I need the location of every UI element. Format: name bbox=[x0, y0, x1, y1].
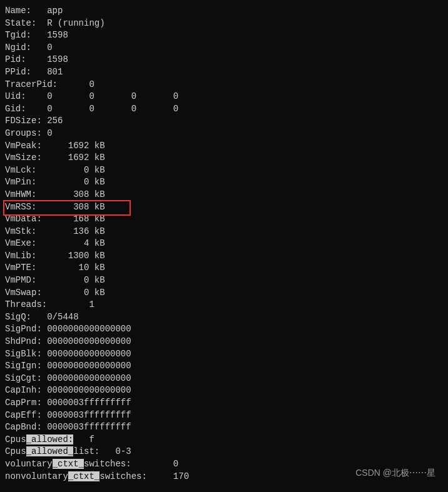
selected-text: _ctxt_ bbox=[68, 471, 99, 481]
proc-status-vmlck: VmLck: 0 kB bbox=[5, 164, 443, 177]
proc-status-vmstk: VmStk: 136 kB bbox=[5, 226, 443, 238]
proc-status-pid: Pid: 1598 bbox=[5, 54, 443, 66]
proc-status-vmsize: VmSize: 1692 kB bbox=[5, 152, 443, 164]
selected-text: _allowed_ bbox=[26, 446, 74, 456]
proc-status-name: Name: app bbox=[5, 5, 443, 18]
proc-status-tracerpid: TracerPid: 0 bbox=[5, 79, 443, 91]
proc-status-threads: Threads: 1 bbox=[5, 299, 443, 311]
proc-status-capinh: CapInh: 0000000000000000 bbox=[5, 384, 443, 397]
selected-text: _allowed: bbox=[26, 434, 74, 444]
proc-status-sigq: SigQ: 0/5448 bbox=[5, 311, 443, 324]
proc-status-vmhwm: VmHWM: 308 kB bbox=[5, 189, 443, 201]
proc-status-vmrss: VmRSS: 308 kB bbox=[5, 201, 443, 214]
proc-status-capprm: CapPrm: 0000003fffffffff bbox=[5, 397, 443, 409]
proc-status-ngid: Ngid: 0 bbox=[5, 42, 443, 54]
proc-status-vmlib: VmLib: 1300 kB bbox=[5, 250, 443, 263]
proc-status-vmswap: VmSwap: 0 kB bbox=[5, 287, 443, 299]
proc-status-vmpmd: VmPMD: 0 kB bbox=[5, 274, 443, 287]
proc-status-sigblk: SigBlk: 0000000000000000 bbox=[5, 348, 443, 361]
selected-text: _ctxt_ bbox=[53, 459, 84, 469]
proc-status-groups: Groups: 0 bbox=[5, 128, 443, 140]
proc-status-state: State: R (running) bbox=[5, 18, 443, 30]
proc-status-capeff: CapEff: 0000003fffffffff bbox=[5, 409, 443, 422]
proc-status-vmpin: VmPin: 0 kB bbox=[5, 176, 443, 189]
proc-status-fdsize: FDSize: 256 bbox=[5, 115, 443, 128]
proc-status-sigpnd: SigPnd: 0000000000000000 bbox=[5, 323, 443, 336]
proc-status-cpus-allowed-list: Cpus_allowed_list: 0-3 bbox=[5, 446, 443, 458]
proc-status-vmexe: VmExe: 4 kB bbox=[5, 238, 443, 250]
proc-status-sigcgt: SigCgt: 0000000000000000 bbox=[5, 373, 443, 385]
proc-status-ppid: PPid: 801 bbox=[5, 66, 443, 79]
proc-status-cpus-allowed: Cpus_allowed: f bbox=[5, 434, 443, 446]
proc-status-vmdata: VmData: 168 kB bbox=[5, 213, 443, 226]
proc-status-gid: Gid: 0 0 0 0 bbox=[5, 103, 443, 116]
watermark: CSDN @北极⋯⋯星 bbox=[355, 467, 435, 479]
proc-status-vmpeak: VmPeak: 1692 kB bbox=[5, 140, 443, 153]
proc-status-uid: Uid: 0 0 0 0 bbox=[5, 91, 443, 103]
proc-status-capbnd: CapBnd: 0000003fffffffff bbox=[5, 421, 443, 434]
proc-status-tgid: Tgid: 1598 bbox=[5, 29, 443, 42]
proc-status-shdpnd: ShdPnd: 0000000000000000 bbox=[5, 336, 443, 348]
proc-status-sigign: SigIgn: 0000000000000000 bbox=[5, 360, 443, 373]
proc-status-vmpte: VmPTE: 10 kB bbox=[5, 262, 443, 274]
